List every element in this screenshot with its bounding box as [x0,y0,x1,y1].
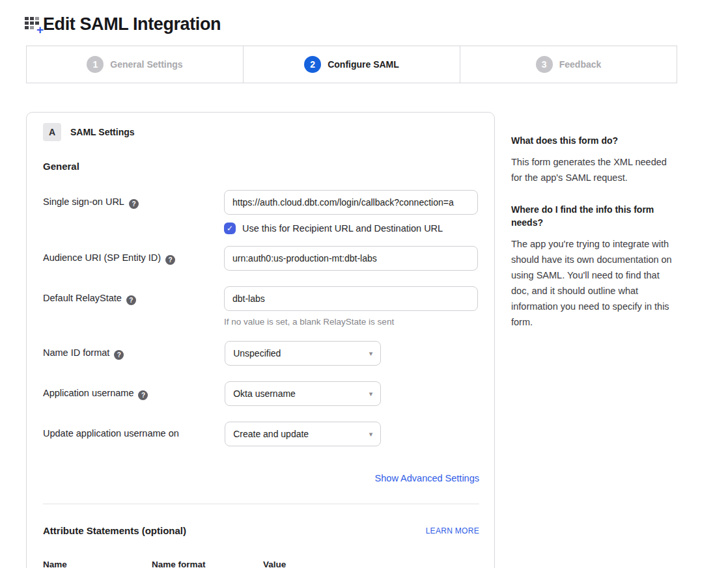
step-feedback[interactable]: 3 Feedback [460,46,677,83]
update-username-label-text: Update application username on [43,428,179,439]
advanced-settings-row: Show Advanced Settings [43,472,479,484]
sso-url-label: Single sign-on URL? [43,190,224,209]
learn-more-link[interactable]: LEARN MORE [426,526,479,535]
page-title: Edit SAML Integration [43,14,221,34]
relaystate-helper-text: If no value is set, a blank RelayState i… [224,317,478,327]
field-row-relaystate: Default RelayState? If no value is set, … [43,286,478,327]
step-label: General Settings [110,59,182,70]
field-row-sso: Single sign-on URL? ✓ Use this for Recip… [43,190,478,234]
saml-settings-panel: A SAML Settings General Single sign-on U… [26,112,495,568]
field-row-audience: Audience URI (SP Entity ID)? [43,246,478,271]
content-area: A SAML Settings General Single sign-on U… [26,112,678,568]
help-icon[interactable]: ? [165,255,175,265]
app-grid-plus-icon: + [25,17,41,32]
relaystate-input[interactable] [224,286,478,311]
help-icon[interactable]: ? [126,295,136,305]
application-username-select[interactable]: Okta username ▾ [225,381,381,406]
nameid-format-control: Unspecified ▾ [225,341,478,366]
sso-url-input[interactable] [224,190,478,215]
recipient-url-checkbox-row: ✓ Use this for Recipient URL and Destina… [224,223,478,234]
step-number-badge: 3 [536,56,553,73]
column-header-name-format: Name format [152,560,263,568]
relaystate-label: Default RelayState? [43,286,224,305]
field-row-nameid: Name ID format? Unspecified ▾ [43,341,478,366]
attribute-statements-title: Attribute Statements (optional) [43,525,186,536]
nameid-format-label: Name ID format? [43,341,225,360]
recipient-url-checkbox-label: Use this for Recipient URL and Destinati… [242,223,443,234]
relaystate-label-text: Default RelayState [43,293,122,303]
column-header-value: Value [263,560,479,568]
audience-uri-control [224,246,478,271]
field-row-appusername: Application username? Okta username ▾ [43,381,478,406]
chevron-down-icon: ▾ [369,390,373,398]
audience-uri-input[interactable] [224,246,478,271]
help-question-1: What does this form do? [511,134,678,147]
step-label: Feedback [559,59,602,70]
wizard-steps: 1 General Settings 2 Configure SAML 3 Fe… [26,46,677,83]
step-number-badge: 2 [304,56,321,73]
help-icon[interactable]: ? [129,199,139,209]
help-answer-1: This form generates the XML needed for t… [511,154,678,185]
panel-header: A SAML Settings [43,123,478,141]
relaystate-control: If no value is set, a blank RelayState i… [224,286,478,327]
section-a-badge: A [43,123,61,141]
panel-title: SAML Settings [70,127,135,137]
update-username-control: Create and update ▾ [225,422,478,446]
sso-url-control: ✓ Use this for Recipient URL and Destina… [224,190,478,234]
general-section-heading: General [43,161,478,172]
update-username-selected-value: Create and update [233,429,309,439]
attribute-statements-header: Attribute Statements (optional) LEARN MO… [43,525,479,536]
step-number-badge: 1 [87,56,104,73]
application-username-label-text: Application username [43,388,133,398]
nameid-format-select[interactable]: Unspecified ▾ [225,341,381,366]
step-label: Configure SAML [328,59,399,70]
step-configure-saml[interactable]: 2 Configure SAML [244,46,460,83]
application-username-control: Okta username ▾ [225,381,478,406]
chevron-down-icon: ▾ [369,430,373,439]
update-username-select[interactable]: Create and update ▾ [225,422,381,446]
application-username-label: Application username? [43,381,225,400]
help-icon[interactable]: ? [114,350,124,360]
nameid-format-label-text: Name ID format [43,347,109,358]
audience-uri-label-text: Audience URI (SP Entity ID) [43,252,161,263]
nameid-format-selected-value: Unspecified [233,348,281,358]
audience-uri-label: Audience URI (SP Entity ID)? [43,246,224,265]
plus-icon: + [36,23,44,36]
update-username-label: Update application username on [43,422,225,439]
field-row-updateusername: Update application username on Create an… [43,422,478,446]
application-username-selected-value: Okta username [233,388,296,399]
section-divider [43,504,479,504]
show-advanced-settings-link[interactable]: Show Advanced Settings [375,473,479,483]
recipient-url-checkbox[interactable]: ✓ [224,223,236,234]
attribute-table-headers: Name Name format Value [43,560,479,568]
chevron-down-icon: ▾ [369,349,373,358]
help-answer-2: The app you're trying to integrate with … [511,236,678,330]
sso-url-label-text: Single sign-on URL [43,196,124,207]
column-header-name: Name [43,560,152,568]
page-header: + Edit SAML Integration [25,14,221,34]
edit-saml-integration-page: + Edit SAML Integration 1 General Settin… [0,0,728,568]
help-sidebar: What does this form do? This form genera… [511,112,678,347]
help-icon[interactable]: ? [138,390,148,400]
help-question-2: Where do I find the info this form needs… [511,203,678,229]
step-general-settings[interactable]: 1 General Settings [27,46,244,83]
